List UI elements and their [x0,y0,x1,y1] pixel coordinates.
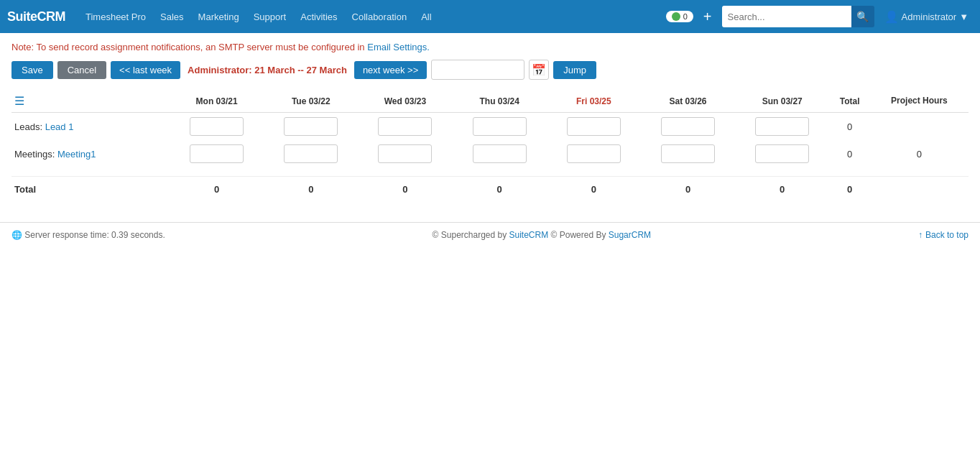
last-week-button[interactable]: << last week [111,61,180,79]
meetings-label-cell: Meetings: Meeting1 [11,140,170,167]
meetings-fri-input[interactable] [567,144,621,163]
user-dropdown-icon: ▼ [959,11,969,22]
leads-thu-input[interactable] [473,117,527,136]
main-content: Note: To send record assignment notifica… [0,33,980,208]
leads-fri-cell [547,113,641,141]
total-thu-cell: 0 [453,177,547,200]
search-button[interactable]: 🔍 [851,6,874,27]
total-tue-cell: 0 [264,177,358,200]
list-view-icon-button[interactable]: ☰ [14,94,24,108]
user-label: Administrator [902,11,957,22]
jump-button[interactable]: Jump [553,61,596,79]
search-input[interactable] [722,6,851,27]
email-settings-link[interactable]: Email Settings. [367,42,430,52]
meetings-mon-input[interactable] [190,144,244,163]
navbar-right: 0 + 🔍 👤 Administrator ▼ [666,6,973,27]
leads-sun-cell [735,113,829,141]
meetings-thu-cell [453,140,547,167]
leads-label-cell: Leads: Lead 1 [11,113,170,141]
meetings-tue-cell [264,140,358,167]
th-project-hours: Project Hours [870,90,969,113]
add-button[interactable]: + [699,9,716,24]
status-dot-icon [672,12,680,21]
nav-links: Timesheet Pro Sales Marketing Support Ac… [78,0,666,33]
calendar-button[interactable]: 📅 [529,60,549,80]
leads-sat-input[interactable] [661,117,715,136]
nav-timesheet-pro[interactable]: Timesheet Pro [78,0,153,33]
sugarcrm-link[interactable]: SugarCRM [609,230,651,240]
leads-tue-input[interactable] [284,117,338,136]
meetings-sat-cell [641,140,735,167]
meetings-total-cell: 0 [829,140,870,167]
leads-tue-cell [264,113,358,141]
table-row: Meetings: Meeting1 0 0 [11,140,969,167]
back-to-top-link[interactable]: ↑ Back to top [918,230,969,240]
meetings-sat-input[interactable] [661,144,715,163]
page-footer: 🌐 Server response time: 0.39 seconds. © … [0,222,980,247]
meetings-tue-input[interactable] [284,144,338,163]
timesheet-table: ☰ Mon 03/21 Tue 03/22 Wed 03/23 Thu 03/2… [11,90,969,199]
leads-mon-input[interactable] [190,117,244,136]
meetings-wed-input[interactable] [378,144,432,163]
footer-copyright2: © Powered By [551,230,609,240]
server-time: Server response time: 0.39 seconds. [24,230,165,240]
leads-prefix: Leads: [14,121,45,132]
th-total: Total [829,90,870,113]
total-project-hours-cell [870,177,969,200]
toolbar: Save Cancel << last week Administrator: … [11,60,969,80]
spacer-row [11,167,969,177]
th-label: ☰ [11,90,170,113]
meetings-mon-cell [170,140,264,167]
suitecrm-link[interactable]: SuiteCRM [509,230,549,240]
total-grand-cell: 0 [829,177,870,200]
leads-wed-cell [358,113,452,141]
th-sun: Sun 03/27 [735,90,829,113]
status-badge: 0 [666,11,693,22]
th-mon: Mon 03/21 [170,90,264,113]
leads-fri-input[interactable] [567,117,621,136]
nav-all[interactable]: All [414,0,438,33]
brand-logo[interactable]: SuiteCRM [7,9,65,24]
leads-mon-cell [170,113,264,141]
leads-total-cell: 0 [829,113,870,141]
footer-copyright1: © Supercharged by [433,230,509,240]
meetings-sun-input[interactable] [755,144,809,163]
th-thu: Thu 03/24 [453,90,547,113]
table-header-row: ☰ Mon 03/21 Tue 03/22 Wed 03/23 Thu 03/2… [11,90,969,113]
nav-marketing[interactable]: Marketing [191,0,246,33]
meetings-wed-cell [358,140,452,167]
total-fri-cell: 0 [547,177,641,200]
total-sat-cell: 0 [641,177,735,200]
leads-wed-input[interactable] [378,117,432,136]
total-sun-cell: 0 [735,177,829,200]
status-label: 0 [683,12,688,21]
meetings-project-hours-cell: 0 [870,140,969,167]
leads-sat-cell [641,113,735,141]
next-week-button[interactable]: next week >> [354,61,427,79]
th-sat: Sat 03/26 [641,90,735,113]
total-mon-cell: 0 [170,177,264,200]
nav-support[interactable]: Support [246,0,294,33]
footer-left: 🌐 Server response time: 0.39 seconds. [11,230,165,240]
meetings-thu-input[interactable] [473,144,527,163]
nav-sales[interactable]: Sales [153,0,191,33]
user-menu[interactable]: 👤 Administrator ▼ [880,10,973,24]
leads-sun-input[interactable] [755,117,809,136]
save-button[interactable]: Save [11,61,53,79]
arrow-up-icon: ↑ [918,230,923,240]
nav-collaboration[interactable]: Collaboration [345,0,415,33]
search-box: 🔍 [722,6,874,27]
cancel-button[interactable]: Cancel [57,61,106,79]
navbar: SuiteCRM Timesheet Pro Sales Marketing S… [0,0,980,33]
lead1-link[interactable]: Lead 1 [45,121,74,132]
globe-icon: 🌐 [11,230,22,240]
total-wed-cell: 0 [358,177,452,200]
footer-right: ↑ Back to top [918,230,969,240]
nav-activities[interactable]: Activities [293,0,344,33]
date-input[interactable] [431,60,524,80]
footer-center: © Supercharged by SuiteCRM © Powered By … [433,230,652,240]
th-tue: Tue 03/22 [264,90,358,113]
meeting1-link[interactable]: Meeting1 [57,149,96,160]
leads-project-hours-cell [870,113,969,141]
note-text: Note: To send record assignment notifica… [11,42,367,52]
